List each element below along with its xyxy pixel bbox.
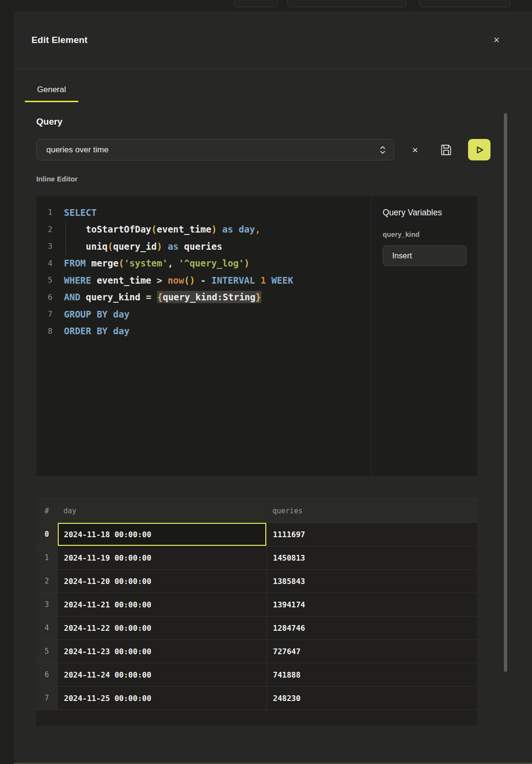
line-number: 1 [36,208,52,217]
query-variables-title: Query Variables [383,208,467,218]
row-index-cell: 3 [36,593,57,616]
table-row: 52024-11-23 00:00:00727647 [36,639,477,663]
code-line: 2 toStartOfDay(event_time) as day, [36,221,371,238]
code-text: WHERE event_time > now() - INTERVAL 1 WE… [52,275,293,286]
query-select-row: queries over time × [36,138,500,161]
variable-placeholder: {query_kind:String} [157,291,261,303]
row-index-cell: 1 [36,546,57,569]
table-row: 42024-11-22 00:00:001284746 [36,616,477,639]
edit-element-modal: Edit Element × General Query queries ove… [14,11,532,763]
row-index-cell: 7 [36,687,57,710]
code-text: ORDER BY day [52,326,129,336]
code-line: 5WHERE event_time > now() - INTERVAL 1 W… [36,272,371,289]
play-icon [473,144,486,156]
day-cell[interactable]: 2024-11-25 00:00:00 [57,687,266,710]
table-row: 22024-11-20 00:00:001385843 [36,569,477,593]
code-lines: 1SELECT2 toStartOfDay(event_time) as day… [36,204,371,340]
background-toolbar [0,0,532,11]
column-header-index: # [36,499,57,522]
general-tab-content: Query queries over time × [14,117,500,726]
save-floppy-icon [439,143,453,157]
select-updown-chevron-icon [378,145,387,155]
line-number: 2 [36,225,52,234]
query-variables-panel: Query Variables query_kind Insert [371,196,477,476]
day-cell[interactable]: 2024-11-23 00:00:00 [57,640,266,663]
row-index-cell: 5 [36,640,57,663]
code-text: FROM merge('system', '^query_log') [52,258,250,268]
line-number: 3 [36,242,52,251]
query-section-title: Query [36,117,500,127]
code-line: 4FROM merge('system', '^query_log') [36,255,371,272]
line-number: 7 [36,309,52,318]
code-line: 7GROUP BY day [36,306,371,323]
inline-editor: 1SELECT2 toStartOfDay(event_time) as day… [36,196,477,476]
code-line: 8ORDER BY day [36,323,371,340]
tab-bar: General [25,85,532,102]
column-header-day: day [57,499,266,522]
line-number: 5 [36,276,52,285]
results-table-footer [36,710,477,726]
inline-editor-label: Inline Editor [36,175,500,183]
code-line: 1SELECT [36,204,371,221]
queries-cell[interactable]: 1111697 [266,523,477,546]
table-row: 02024-11-18 00:00:001111697 [36,522,477,546]
row-index-cell: 0 [36,523,57,546]
day-cell[interactable]: 2024-11-22 00:00:00 [57,616,266,639]
variable-name-label: query_kind [383,231,467,238]
tab-general[interactable]: General [25,85,78,102]
queries-cell[interactable]: 1284746 [266,616,477,639]
row-index-cell: 6 [36,663,57,686]
queries-cell[interactable]: 248230 [266,687,477,710]
code-text: uniq(query_id) as queries [52,241,222,252]
day-cell[interactable]: 2024-11-18 00:00:00 [57,523,266,546]
queries-cell[interactable]: 727647 [266,640,477,663]
day-cell[interactable]: 2024-11-19 00:00:00 [57,546,266,569]
queries-cell[interactable]: 1450813 [266,546,477,569]
background-button-3 [419,0,511,7]
day-cell[interactable]: 2024-11-20 00:00:00 [57,570,266,593]
run-query-button[interactable] [468,138,491,161]
results-table-header: # day queries [36,499,477,522]
day-cell[interactable]: 2024-11-24 00:00:00 [57,663,266,686]
modal-header: Edit Element × [14,11,532,69]
results-table-body: 02024-11-18 00:00:00111169712024-11-19 0… [36,522,477,710]
table-row: 32024-11-21 00:00:001394174 [36,593,477,616]
insert-variable-button[interactable]: Insert [383,245,467,266]
line-number: 8 [36,327,52,336]
table-row: 12024-11-19 00:00:001450813 [36,546,477,569]
save-query-button[interactable] [438,142,454,158]
line-number: 4 [36,259,52,268]
queries-cell[interactable]: 741888 [266,663,477,686]
code-text: AND query_kind = {query_kind:String} [52,292,261,302]
query-select-value: queries over time [46,145,108,155]
day-cell[interactable]: 2024-11-21 00:00:00 [57,593,266,616]
modal-scrollbar[interactable] [504,113,507,672]
queries-cell[interactable]: 1394174 [266,593,477,616]
modal-title: Edit Element [31,35,87,45]
clear-query-button[interactable]: × [407,142,423,158]
results-table: # day queries 02024-11-18 00:00:00111169… [36,499,477,726]
code-text: GROUP BY day [52,309,129,319]
line-number: 6 [36,293,52,302]
table-row: 62024-11-24 00:00:00741888 [36,663,477,686]
column-header-queries: queries [266,499,477,522]
background-button-1 [234,0,278,7]
code-line: 3 uniq(query_id) as queries [36,238,371,255]
indent-guide [65,222,66,255]
background-button-2 [287,0,407,7]
query-select[interactable]: queries over time [36,139,394,160]
queries-cell[interactable]: 1385843 [266,570,477,593]
page-background: Edit Element × General Query queries ove… [0,0,532,764]
close-icon[interactable]: × [493,35,500,45]
table-row: 72024-11-25 00:00:00248230 [36,686,477,710]
row-index-cell: 4 [36,616,57,639]
row-index-cell: 2 [36,570,57,593]
code-text: toStartOfDay(event_time) as day, [52,224,261,234]
code-text: SELECT [52,207,97,218]
sql-editor[interactable]: 1SELECT2 toStartOfDay(event_time) as day… [36,196,371,476]
code-line: 6AND query_kind = {query_kind:String} [36,289,371,306]
